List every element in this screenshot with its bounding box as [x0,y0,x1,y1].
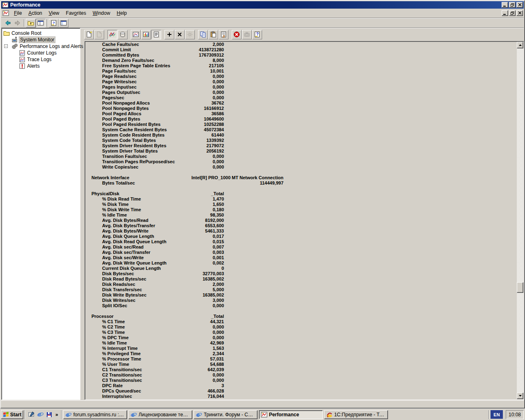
tree-item-counter-logs[interactable]: Counter Logs [2,50,80,56]
vertical-scrollbar[interactable] [517,42,523,399]
add-counter-button[interactable] [164,30,174,39]
floppy-launch-button[interactable] [45,410,54,419]
tree-label-performance-logs-and-alerts[interactable]: Performance Logs and Alerts [19,43,84,49]
child-close-button[interactable] [516,10,523,16]
copy-properties-button[interactable] [198,30,208,39]
report-row-transition-faults-sec: 0,000Transition Faults/sec [86,154,516,159]
report-row-interrupt-time: 1,563% Interrupt Time [86,346,516,351]
object-name: PhysicalDisk [91,191,119,196]
report-row-disk-write-time: 0,180% Disk Write Time [86,207,516,212]
help-docs-button[interactable]: ? [49,19,59,27]
language-indicator[interactable]: EN [491,410,503,419]
chevron-icon[interactable]: » [54,412,60,418]
counter-name: Avg. Disk sec/Read [102,244,144,250]
task-button-trinity-forum[interactable]: e Тринити. Форум - Серв... [194,410,258,419]
tree-item-performance-logs-and-alerts[interactable]: -Performance Logs and Alerts [2,43,80,50]
tree-item-trace-logs[interactable]: Trace Logs [2,56,80,63]
folder-icon [3,30,10,37]
report-row-system-cache-resident-bytes: 45072384System Cache Resident Bytes [86,127,516,132]
report-section-header-network-interface: Intel[R] PRO_1000 MT Network ConnectionN… [86,175,516,180]
toolbar-separator [47,19,48,27]
view-report-button[interactable] [151,30,161,39]
menu-favorites[interactable]: Favorites [63,9,89,17]
start-label: Start [10,412,21,418]
menu-file[interactable]: File [11,9,25,17]
tree-item-console-root[interactable]: Console Root [2,30,80,37]
report-row-avg-disk-sec-transfer: 0,003Avg. Disk sec/Transfer [86,250,516,255]
view-report-icon [153,31,160,38]
restore-button[interactable] [509,2,516,8]
back-button[interactable] [3,19,13,27]
counter-name: Disk Bytes/sec [102,271,134,276]
child-restore-button[interactable] [509,10,516,16]
counter-name: % Idle Time [102,340,127,346]
report-row-pool-nonpaged-bytes: 16166912Pool Nonpaged Bytes [86,106,516,111]
counter-name: Avg. Disk sec/Write [102,255,144,260]
highlight-button[interactable] [185,30,195,39]
child-window-icon[interactable] [2,10,9,16]
counter-name: % C1 Time [102,319,125,324]
tree-label-trace-logs[interactable]: Trace Logs [26,57,52,62]
task-button-1c-enterprise[interactable]: 1С:Предприятие - Торг... [324,410,388,419]
help-button[interactable]: ? [252,30,262,39]
view-graph-button[interactable] [131,30,141,39]
tree-label-counter-logs[interactable]: Counter Logs [26,50,57,56]
floppy-icon [46,411,52,418]
show-hide-tree-button[interactable] [36,19,46,27]
task-label: forum.sysadmins.ru :: П... [73,412,125,418]
menu-help[interactable]: Help [114,9,130,17]
view-log-data-button[interactable] [118,30,128,39]
report-row-current-disk-queue-length: 0Current Disk Queue Length [86,266,516,271]
menu-window[interactable]: Window [89,9,114,17]
report-row-pool-paged-allocs: 36586Pool Paged Allocs [86,111,516,116]
start-button[interactable]: Start [1,410,23,419]
view-current-activity-button[interactable] [107,30,117,39]
freeze-display-button[interactable] [232,30,242,39]
counter-name: Disk Transfers/sec [102,287,142,292]
report-row-committed-bytes: 1767309312Committed Bytes [86,52,516,58]
paste-counter-list-button[interactable] [208,30,218,39]
console-tree: Console RootSystem Monitor-Performance L… [2,28,80,69]
tree-item-alerts[interactable]: Alerts [2,63,80,69]
delete-counter-button[interactable] [175,30,185,39]
child-minimize-button[interactable] [502,10,508,16]
scroll-up-button[interactable] [517,42,523,48]
menu-action[interactable]: Action [25,9,45,17]
help-docs-icon: ? [50,20,57,26]
internet-explorer-launch-button[interactable]: e [36,410,45,419]
report-row-write-copies-sec: 0,000Write Copies/sec [86,164,516,170]
tree-label-alerts[interactable]: Alerts [26,63,41,69]
tree-label-system-monitor[interactable]: System Monitor [19,37,55,43]
minimize-button[interactable] [502,2,508,8]
update-data-button[interactable] [242,30,252,39]
panes-button[interactable] [59,19,68,27]
report-row-disk-reads-sec: 2,000Disk Reads/sec [86,282,516,287]
new-counter-set-button[interactable] [84,30,94,39]
forward-button[interactable] [13,19,23,27]
view-graph-icon [132,31,139,38]
clear-display-button[interactable] [94,30,104,39]
properties-button[interactable] [219,30,228,39]
scroll-down-button[interactable] [517,393,523,399]
report-row-pool-paged-bytes: 10649600Pool Paged Bytes [86,116,516,122]
counter-name: % C3 Time [102,330,125,335]
show-desktop-button[interactable] [27,410,36,419]
tree-item-system-monitor[interactable]: System Monitor [2,37,80,43]
counter-name: System Cache Resident Bytes [102,127,167,132]
counter-name: Transition Pages RePurposed/sec [102,159,175,164]
scrollbar-thumb[interactable] [517,282,523,293]
menu-view[interactable]: View [46,9,63,17]
report-row-avg-disk-write-queue-length: 0,002Avg. Disk Write Queue Length [86,260,516,266]
counter-name: Bytes Total/sec [102,180,135,186]
tree-collapse-icon[interactable]: - [4,44,8,48]
counter-name: Avg. Disk Write Queue Length [102,260,167,266]
up-one-level-button[interactable] [26,19,36,27]
task-button-licensing[interactable]: e Лицензирование терми... [128,410,192,419]
view-histogram-button[interactable] [141,30,151,39]
task-button-performance[interactable]: Performance [259,410,323,419]
alert-icon [19,63,25,69]
close-button[interactable] [516,2,523,8]
task-button-forum-sysadmins[interactable]: e forum.sysadmins.ru :: П... [63,410,127,419]
report-row-pages-input-sec: 0,000Pages Input/sec [86,84,516,90]
tree-label-console-root[interactable]: Console Root [11,30,42,36]
